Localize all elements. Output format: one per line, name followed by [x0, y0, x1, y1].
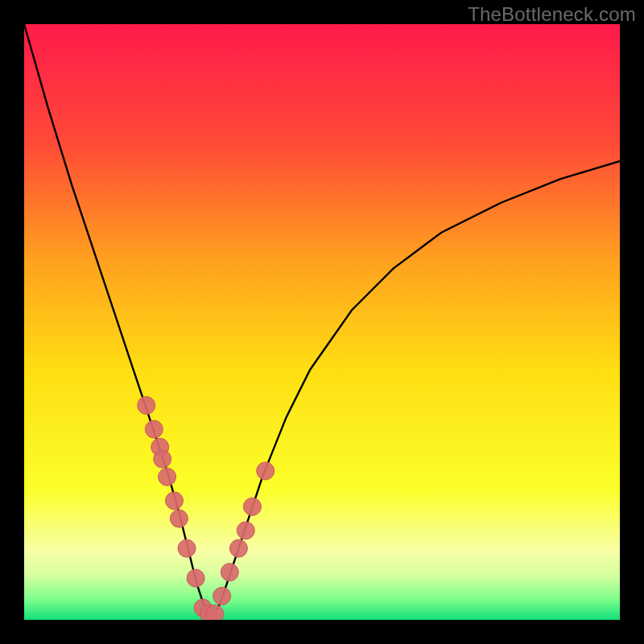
marker-point: [187, 569, 204, 587]
marker-point: [243, 497, 261, 515]
marker-point: [159, 468, 176, 485]
marker-point: [145, 420, 163, 438]
marker-point: [206, 605, 224, 620]
marker-point: [165, 492, 183, 510]
marker-point: [213, 587, 231, 605]
watermark-text: TheBottleneck.com: [468, 3, 636, 26]
marker-point: [138, 397, 155, 415]
plot-svg: [24, 24, 620, 620]
chart-frame: TheBottleneck.com: [0, 0, 644, 644]
marker-point: [178, 539, 196, 557]
marker-point: [221, 564, 238, 581]
marker-point: [170, 510, 188, 527]
marker-point: [154, 450, 171, 468]
marker-point: [237, 522, 254, 539]
marker-point: [229, 539, 247, 557]
plot-area: [24, 24, 620, 620]
marker-point: [257, 462, 275, 480]
gradient-bg: [24, 24, 620, 620]
